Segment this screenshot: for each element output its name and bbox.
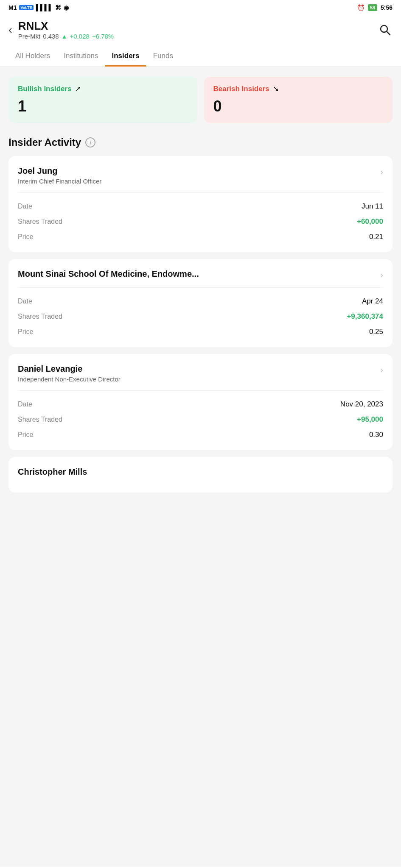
price-value-0: 0.21 <box>369 233 383 241</box>
status-left: M1 VoLTE ▌▌▌▌ ⌘ ◉ <box>8 4 69 11</box>
status-right: ⏰ 58 5:56 <box>357 4 393 11</box>
shares-row-2: Shares Traded +95,000 <box>18 412 383 427</box>
battery-indicator: 58 <box>368 4 377 11</box>
date-value-1: Apr 24 <box>362 297 383 306</box>
chevron-right-icon-0: › <box>380 167 383 177</box>
volte-badge: VoLTE <box>19 5 33 10</box>
chevron-right-icon-2: › <box>380 365 383 375</box>
price-label-0: Price <box>18 233 33 241</box>
tab-funds[interactable]: Funds <box>146 46 180 66</box>
pre-market-label: Pre-Mkt <box>18 33 41 40</box>
date-row-2: Date Nov 20, 2023 <box>18 397 383 412</box>
chevron-right-icon-1: › <box>380 270 383 280</box>
price-value-2: 0.30 <box>369 431 383 439</box>
price-row-0: Price 0.21 <box>18 229 383 245</box>
shares-label-2: Shares Traded <box>18 416 62 423</box>
divider-2 <box>18 390 383 391</box>
bullish-label: Bullish Insiders <box>18 85 72 93</box>
signal-icon: ▌▌▌▌ <box>36 4 53 11</box>
ticker-symbol: RNLX <box>18 19 114 33</box>
date-row-0: Date Jun 11 <box>18 199 383 214</box>
price-row-1: Price 0.25 <box>18 324 383 339</box>
stats-row: Bullish Insiders ↗ 1 Bearish Insiders ↘ … <box>8 77 393 123</box>
date-label-1: Date <box>18 298 32 305</box>
bearish-card[interactable]: Bearish Insiders ↘ 0 <box>204 77 393 123</box>
shares-value-1: +9,360,374 <box>347 312 383 321</box>
bearish-label-row: Bearish Insiders ↘ <box>213 84 384 93</box>
svg-line-1 <box>387 31 390 35</box>
card-header-0: Joel Jung Interim Chief Financial Office… <box>18 165 383 185</box>
date-value-0: Jun 11 <box>362 202 383 211</box>
tabs-bar: All Holders Institutions Insiders Funds <box>0 46 401 67</box>
price-row-2: Price 0.30 <box>18 427 383 442</box>
date-label-0: Date <box>18 203 32 210</box>
price-change: +0.028 <box>70 33 90 40</box>
price-label-1: Price <box>18 328 33 336</box>
price-value-1: 0.25 <box>369 328 383 336</box>
section-title-row: Insider Activity i <box>8 136 393 148</box>
price-value: 0.438 <box>43 33 59 40</box>
info-icon[interactable]: i <box>85 137 95 147</box>
shares-row-0: Shares Traded +60,000 <box>18 214 383 229</box>
person-name-1: Mount Sinai School Of Medicine, Endowme.… <box>18 268 199 279</box>
bullish-value: 1 <box>18 97 188 115</box>
person-info-0: Joel Jung Interim Chief Financial Office… <box>18 165 101 185</box>
bearish-label: Bearish Insiders <box>213 85 269 93</box>
person-title-2: Independent Non-Executive Director <box>18 376 121 383</box>
tab-all-holders[interactable]: All Holders <box>8 46 57 66</box>
section-title: Insider Activity <box>8 136 81 148</box>
activity-card-2[interactable]: Daniel Levangie Independent Non-Executiv… <box>8 354 393 450</box>
time-display: 5:56 <box>381 4 393 11</box>
person-title-0: Interim Chief Financial Officer <box>18 178 101 185</box>
person-name-2: Daniel Levangie <box>18 363 121 374</box>
activity-card-3[interactable]: Christopher Mills <box>8 457 393 492</box>
price-arrow-icon: ▲ <box>62 33 67 40</box>
shares-label-0: Shares Traded <box>18 218 62 225</box>
ticker-price-row: Pre-Mkt 0.438 ▲ +0.028 +6.78% <box>18 33 114 40</box>
shares-value-2: +95,000 <box>357 415 383 424</box>
person-info-1: Mount Sinai School Of Medicine, Endowme.… <box>18 268 199 279</box>
card-header-1: Mount Sinai School Of Medicine, Endowme.… <box>18 268 383 280</box>
person-name-0: Joel Jung <box>18 165 101 176</box>
activity-card-0[interactable]: Joel Jung Interim Chief Financial Office… <box>8 156 393 252</box>
wifi-icon: ⌘ <box>55 4 61 11</box>
bullish-icon: ↗ <box>75 84 81 93</box>
bullish-card[interactable]: Bullish Insiders ↗ 1 <box>8 77 197 123</box>
card-header-2: Daniel Levangie Independent Non-Executiv… <box>18 363 383 383</box>
shares-value-0: +60,000 <box>357 217 383 226</box>
status-bar: M1 VoLTE ▌▌▌▌ ⌘ ◉ ⏰ 58 5:56 <box>0 0 401 15</box>
carrier-label: M1 <box>8 4 17 11</box>
bullish-label-row: Bullish Insiders ↗ <box>18 84 188 93</box>
person-name-3: Christopher Mills <box>18 466 87 477</box>
header: ‹ RNLX Pre-Mkt 0.438 ▲ +0.028 +6.78% <box>0 15 401 46</box>
back-button[interactable]: ‹ <box>8 24 12 35</box>
tab-insiders[interactable]: Insiders <box>105 46 146 66</box>
price-percent: +6.78% <box>92 33 114 40</box>
date-value-2: Nov 20, 2023 <box>340 400 383 409</box>
alarm-icon: ⏰ <box>357 4 365 11</box>
camera-icon: ◉ <box>64 4 69 11</box>
date-label-2: Date <box>18 401 32 408</box>
card-header-3: Christopher Mills <box>18 466 383 477</box>
search-button[interactable] <box>377 22 393 37</box>
divider-0 <box>18 192 383 193</box>
bearish-icon: ↘ <box>273 84 279 93</box>
header-left: ‹ RNLX Pre-Mkt 0.438 ▲ +0.028 +6.78% <box>8 19 114 40</box>
shares-row-1: Shares Traded +9,360,374 <box>18 309 383 324</box>
person-info-3: Christopher Mills <box>18 466 87 477</box>
divider-1 <box>18 287 383 288</box>
person-info-2: Daniel Levangie Independent Non-Executiv… <box>18 363 121 383</box>
activity-card-1[interactable]: Mount Sinai School Of Medicine, Endowme.… <box>8 259 393 347</box>
date-row-1: Date Apr 24 <box>18 294 383 309</box>
ticker-info: RNLX Pre-Mkt 0.438 ▲ +0.028 +6.78% <box>18 19 114 40</box>
tab-institutions[interactable]: Institutions <box>57 46 105 66</box>
price-label-2: Price <box>18 431 33 439</box>
bearish-value: 0 <box>213 97 384 115</box>
main-content: Bullish Insiders ↗ 1 Bearish Insiders ↘ … <box>0 67 401 867</box>
shares-label-1: Shares Traded <box>18 313 62 320</box>
